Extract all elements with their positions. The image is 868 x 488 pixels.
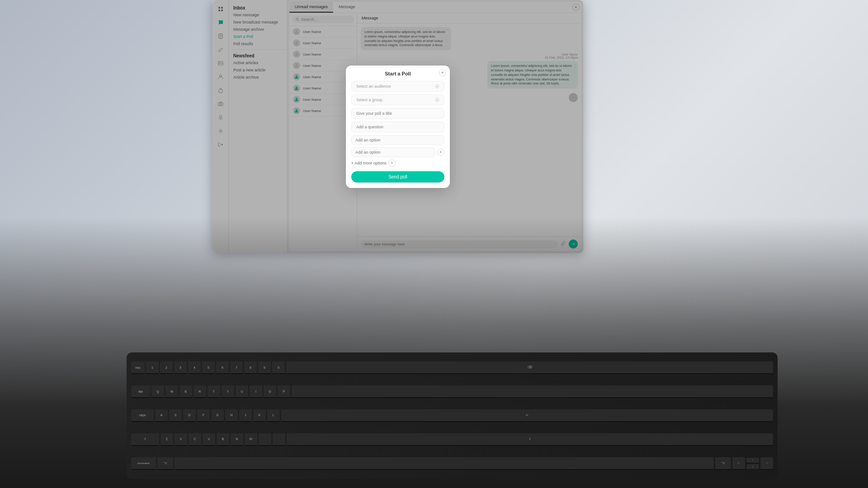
- key-e: E: [179, 385, 192, 398]
- key-v: V: [203, 433, 215, 446]
- key-shift-right: ⇧: [287, 433, 773, 446]
- key-alt-left: ⌥: [157, 457, 173, 470]
- svg-point-28: [435, 98, 439, 102]
- poll-title-input[interactable]: [351, 108, 444, 119]
- poll-modal: Start a Poll × Select an audience Select…: [346, 66, 450, 188]
- key-caps: caps: [131, 409, 154, 422]
- poll-modal-close[interactable]: ×: [439, 69, 446, 76]
- svg-point-27: [435, 84, 439, 88]
- key-arrow-down: ↓: [746, 464, 759, 469]
- poll-option-row-1: [351, 135, 444, 145]
- key-o: O: [264, 385, 276, 398]
- key-2: 2: [160, 361, 173, 374]
- keyboard-row-1: esc 1 2 3 4 5 6 7 8 9 0 ⌫: [131, 357, 773, 379]
- send-poll-button[interactable]: Send poll: [351, 171, 444, 183]
- key-spacer-1: [292, 385, 773, 398]
- key-s: S: [169, 409, 182, 422]
- key-y: Y: [222, 385, 234, 398]
- key-g: G: [211, 409, 224, 422]
- key-h: H: [225, 409, 238, 422]
- audience-dropdown-icon: [435, 84, 439, 89]
- key-space: [175, 457, 714, 470]
- key-arrow-left: ←: [732, 457, 745, 470]
- key-tab: tab: [131, 385, 150, 398]
- key-a: A: [155, 409, 168, 422]
- key-arrows-updown: ↑ ↓: [746, 458, 759, 469]
- modal-overlay: Start a Poll × Select an audience Select…: [212, 0, 583, 253]
- key-x: X: [175, 433, 187, 446]
- poll-option-2-add-btn[interactable]: +: [437, 149, 444, 156]
- key-1: 1: [146, 361, 159, 374]
- key-r: R: [193, 385, 206, 398]
- key-c: C: [189, 433, 201, 446]
- key-j: J: [239, 409, 252, 422]
- key-b: B: [217, 433, 229, 446]
- key-m: M: [245, 433, 257, 446]
- poll-option-2-input[interactable]: [351, 147, 435, 157]
- key-0: 0: [272, 361, 285, 374]
- key-d: D: [183, 409, 196, 422]
- poll-question-input[interactable]: [351, 122, 444, 132]
- keyboard-row-2: tab Q W E R T Y U I O P: [131, 381, 773, 403]
- poll-modal-title: Start a Poll: [351, 71, 444, 76]
- key-7: 7: [230, 361, 243, 374]
- key-t: T: [208, 385, 220, 398]
- key-k: K: [253, 409, 266, 422]
- key-enter: ↵: [281, 409, 773, 422]
- key-4: 4: [188, 361, 201, 374]
- key-comma: [259, 433, 271, 446]
- add-more-label: + Add more options: [351, 161, 387, 165]
- key-shift-left: ⇧: [131, 433, 159, 446]
- key-backspace: ⌫: [286, 361, 773, 374]
- laptop-screen: Inbox New message New broadcast message …: [212, 0, 583, 253]
- audience-select[interactable]: Select an audience: [351, 81, 444, 92]
- key-n: N: [231, 433, 243, 446]
- key-dot: [273, 433, 285, 446]
- key-l: L: [267, 409, 280, 422]
- add-more-options-row[interactable]: + Add more options +: [351, 160, 444, 167]
- audience-select-label: Select an audience: [356, 84, 391, 89]
- key-6: 6: [216, 361, 229, 374]
- key-arrow-up: ↑: [746, 458, 759, 463]
- group-select[interactable]: Select a group: [351, 94, 444, 105]
- key-f: F: [197, 409, 210, 422]
- poll-option-row-2: +: [351, 147, 444, 157]
- keyboard: esc 1 2 3 4 5 6 7 8 9 0 ⌫ tab Q W E R T …: [127, 352, 778, 479]
- key-w: W: [165, 385, 178, 398]
- keyboard-row-3: caps A S D F G H J K L ↵: [131, 405, 773, 427]
- keyboard-row-4: ⇧ Z X C V B N M ⇧: [131, 428, 773, 450]
- key-3: 3: [174, 361, 187, 374]
- key-z: Z: [160, 433, 173, 446]
- key-command-left: command: [131, 457, 156, 470]
- key-q: Q: [151, 385, 164, 398]
- key-alt-right: ⌥: [715, 457, 731, 470]
- key-u: U: [236, 385, 248, 398]
- key-8: 8: [244, 361, 257, 374]
- poll-option-1-input[interactable]: [351, 135, 444, 145]
- group-select-label: Select a group: [356, 98, 382, 102]
- add-more-options-btn[interactable]: +: [388, 160, 396, 167]
- key-p: P: [278, 385, 290, 398]
- group-dropdown-icon: [435, 98, 439, 102]
- key-esc: esc: [131, 361, 145, 374]
- key-5: 5: [202, 361, 215, 374]
- keyboard-row-5: command ⌥ ⌥ ← ↑ ↓ →: [131, 452, 773, 474]
- key-i: I: [250, 385, 262, 398]
- key-arrow-right: →: [760, 457, 773, 470]
- key-9: 9: [258, 361, 271, 374]
